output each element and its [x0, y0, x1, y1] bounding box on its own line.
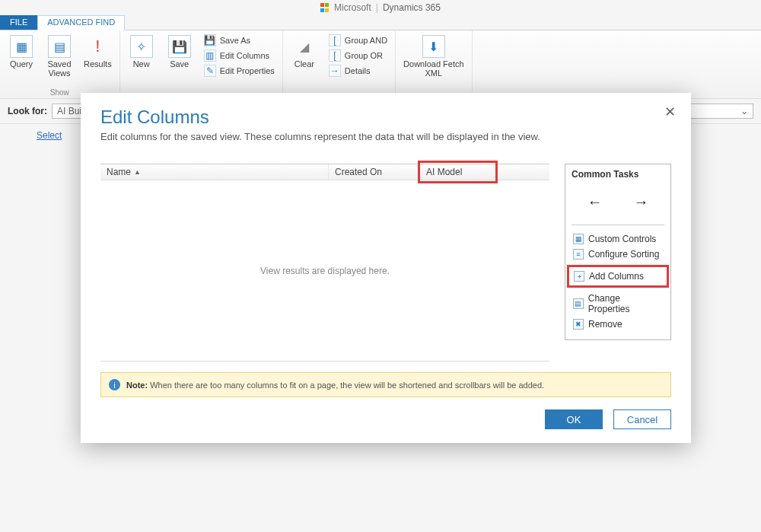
- ribbon-group-clear: ◢ Clear [ Group AND [ Group OR → Details: [283, 30, 396, 98]
- tab-file[interactable]: FILE: [0, 15, 37, 30]
- tasks-divider: [572, 225, 664, 225]
- microsoft-logo-icon: [320, 3, 330, 12]
- details-button[interactable]: → Details: [327, 64, 389, 78]
- download-icon: ⬇: [422, 35, 445, 58]
- clear-button[interactable]: ◢ Clear: [289, 33, 320, 70]
- remove-label: Remove: [588, 319, 622, 330]
- edit-properties-button[interactable]: ✎ Edit Properties: [202, 64, 276, 78]
- edit-columns-button[interactable]: ▥ Edit Columns: [202, 49, 276, 62]
- edit-properties-label: Edit Properties: [220, 66, 275, 75]
- tab-advanced-find[interactable]: ADVANCED FIND: [37, 15, 125, 30]
- eraser-icon: ◢: [293, 35, 316, 58]
- move-left-button[interactable]: ←: [587, 193, 603, 211]
- arrow-row: ← →: [572, 193, 664, 211]
- col-created-label: Created On: [335, 167, 382, 177]
- dialog-body: Name ▲ Created On AI Model View results …: [100, 164, 671, 362]
- column-header-ai-model[interactable]: AI Model: [420, 164, 496, 180]
- saved-views-icon: ▤: [48, 35, 71, 58]
- save-as-icon: 💾: [204, 34, 216, 46]
- columns-preview: Name ▲ Created On AI Model View results …: [100, 164, 549, 362]
- grid-icon: ▦: [10, 35, 33, 58]
- saved-views-label: Saved Views: [47, 59, 71, 78]
- edit-columns-label: Edit Columns: [220, 51, 269, 60]
- look-for-label: Look for:: [8, 106, 47, 116]
- ribbon-group-show: ▦ Query ▤ Saved Views ! Results Show: [0, 30, 120, 98]
- new-icon: ✧: [130, 35, 153, 58]
- note-text: When there are too many columns to fit o…: [150, 381, 544, 390]
- properties-icon: ✎: [204, 65, 216, 77]
- change-properties-icon: ▤: [573, 298, 584, 309]
- note-label: Note:: [126, 381, 148, 390]
- results-placeholder: View results are displayed here.: [100, 180, 549, 362]
- look-for-value: AI Bui: [57, 106, 81, 116]
- save-icon: 💾: [168, 35, 191, 58]
- move-right-button[interactable]: →: [634, 193, 649, 211]
- column-header-name[interactable]: Name ▲: [100, 164, 329, 180]
- tab-row: FILE ADVANCED FIND: [0, 15, 761, 30]
- group-and-icon: [: [329, 34, 341, 46]
- edit-columns-dialog: ✕ Edit Columns Edit columns for the save…: [81, 93, 691, 443]
- brand-separator: |: [376, 2, 378, 13]
- change-properties-button[interactable]: ▤ Change Properties: [572, 291, 664, 317]
- save-label: Save: [170, 59, 189, 68]
- new-label: New: [133, 59, 150, 68]
- note-band: i Note: When there are too many columns …: [100, 372, 671, 397]
- details-label: Details: [345, 66, 371, 75]
- download-fetch-xml-button[interactable]: ⬇ Download Fetch XML: [402, 33, 466, 79]
- custom-controls-label: Custom Controls: [588, 234, 656, 244]
- save-as-button[interactable]: 💾 Save As: [202, 33, 276, 47]
- column-header-row: Name ▲ Created On AI Model: [100, 164, 549, 180]
- results-button[interactable]: ! Results: [82, 33, 113, 70]
- note-text-wrap: Note: When there are too many columns to…: [126, 381, 544, 390]
- brand-company: Microsoft: [334, 2, 371, 13]
- add-columns-button[interactable]: ＋ Add Columns: [572, 269, 664, 284]
- ribbon: ▦ Query ▤ Saved Views ! Results Show ✧ N…: [0, 30, 761, 99]
- remove-icon: ✖: [573, 319, 584, 330]
- query-button[interactable]: ▦ Query: [6, 33, 37, 70]
- edit-small-list: 💾 Save As ▥ Edit Columns ✎ Edit Properti…: [202, 33, 276, 78]
- save-as-label: Save As: [220, 36, 250, 45]
- exclaim-icon: !: [86, 35, 109, 58]
- group-and-label: Group AND: [345, 36, 387, 45]
- ok-button[interactable]: OK: [545, 409, 603, 429]
- group-or-icon: [: [329, 49, 341, 62]
- col-ai-label: AI Model: [426, 167, 462, 177]
- chevron-down-icon: ⌄: [740, 106, 748, 116]
- query-label: Query: [10, 59, 33, 68]
- group-small-list: [ Group AND [ Group OR → Details: [327, 33, 389, 78]
- group-or-label: Group OR: [345, 51, 383, 60]
- clear-label: Clear: [295, 59, 314, 68]
- configure-sorting-label: Configure Sorting: [588, 249, 659, 260]
- add-columns-highlight: ＋ Add Columns: [567, 265, 669, 288]
- custom-controls-icon: ▦: [573, 234, 584, 244]
- dialog-footer: OK Cancel: [100, 409, 671, 429]
- sort-asc-icon: ▲: [134, 168, 141, 176]
- dialog-title: Edit Columns: [100, 107, 671, 128]
- configure-sorting-button[interactable]: ≡ Configure Sorting: [572, 247, 664, 262]
- ribbon-group-new-save: ✧ New 💾 Save 💾 Save As ▥ Edit Columns ✎ …: [120, 30, 283, 98]
- custom-controls-button[interactable]: ▦ Custom Controls: [572, 231, 664, 247]
- change-properties-label: Change Properties: [588, 293, 663, 314]
- group-or-button[interactable]: [ Group OR: [327, 49, 389, 62]
- remove-button[interactable]: ✖ Remove: [572, 317, 664, 332]
- common-tasks-panel: Common Tasks ← → ▦ Custom Controls ≡ Con…: [565, 164, 671, 340]
- sorting-icon: ≡: [573, 249, 584, 260]
- download-fetch-label: Download Fetch XML: [403, 59, 464, 78]
- common-tasks-title: Common Tasks: [572, 169, 664, 180]
- col-name-label: Name: [107, 167, 131, 177]
- info-icon: i: [109, 379, 120, 390]
- new-button[interactable]: ✧ New: [126, 33, 157, 70]
- brand-product: Dynamics 365: [383, 2, 441, 13]
- column-header-created-on[interactable]: Created On: [329, 164, 420, 180]
- details-icon: →: [329, 65, 341, 77]
- add-columns-label: Add Columns: [589, 271, 644, 282]
- save-button[interactable]: 💾 Save: [164, 33, 195, 70]
- group-and-button[interactable]: [ Group AND: [327, 33, 389, 47]
- columns-icon: ▥: [204, 49, 216, 62]
- close-icon[interactable]: ✕: [664, 104, 676, 120]
- ribbon-group-download: ⬇ Download Fetch XML: [396, 30, 473, 98]
- cancel-button[interactable]: Cancel: [613, 409, 671, 429]
- saved-views-button[interactable]: ▤ Saved Views: [44, 33, 75, 79]
- dialog-subtitle: Edit columns for the saved view. These c…: [100, 131, 671, 142]
- add-columns-icon: ＋: [574, 271, 584, 282]
